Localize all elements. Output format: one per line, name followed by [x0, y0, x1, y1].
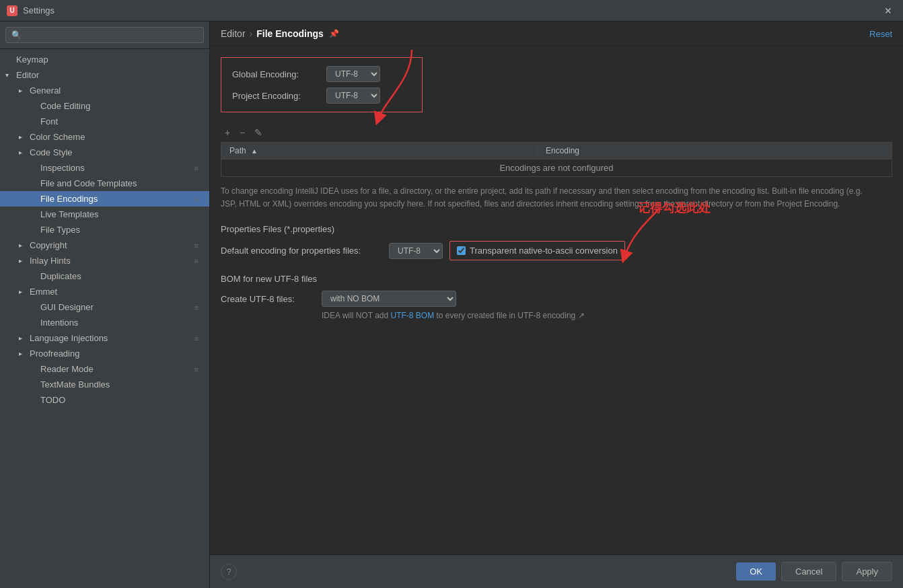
bom-section: BOM for new UTF-8 files Create UTF-8 fil…	[221, 274, 892, 320]
breadcrumb-sep: ›	[250, 28, 253, 39]
chevron-right-icon: ▸	[19, 87, 27, 94]
description-text: To change encoding IntelliJ IDEA uses fo…	[221, 185, 867, 211]
project-encoding-select[interactable]: UTF-8	[326, 87, 380, 104]
ok-button[interactable]: OK	[736, 562, 776, 581]
transparent-conversion-label: Transparent native-to-ascii conversion	[470, 246, 618, 256]
sidebar-item-duplicates[interactable]: Duplicates	[0, 268, 209, 284]
encoding-column-header[interactable]: Encoding	[538, 143, 892, 159]
properties-section-title: Properties Files (*.properties)	[221, 224, 892, 234]
breadcrumb-parent: Editor	[221, 28, 246, 39]
breadcrumb: Editor › File Encodings 📌	[221, 28, 869, 39]
global-encoding-label: Global Encoding:	[232, 69, 326, 79]
sidebar-item-file-code-templates[interactable]: File and Code Templates	[0, 176, 209, 191]
sidebar-item-intentions[interactable]: Intentions	[0, 315, 209, 330]
chevron-right-icon: ▸	[19, 350, 27, 357]
content-area: Editor › File Encodings 📌 Reset Global E…	[210, 22, 903, 588]
encoding-table: Path ▲ Encoding Encodings are not config…	[221, 142, 892, 177]
bom-section-title: BOM for new UTF-8 files	[221, 274, 892, 284]
sidebar-item-inspections[interactable]: Inspections ≡	[0, 160, 209, 176]
sidebar-item-copyright[interactable]: ▸ Copyright ≡	[0, 237, 209, 253]
chevron-right-icon: ▸	[19, 242, 27, 249]
encoding-box: Global Encoding: UTF-8 Project Encoding:…	[221, 57, 423, 112]
properties-encoding-label: Default encoding for properties files:	[221, 246, 382, 256]
pin-icon: ≡	[194, 257, 198, 265]
properties-encoding-select[interactable]: UTF-8	[389, 243, 443, 259]
chevron-right-icon: ▸	[19, 288, 27, 295]
breadcrumb-pin-icon: 📌	[329, 29, 339, 38]
window-title: Settings	[23, 5, 880, 15]
sidebar-item-file-encodings[interactable]: File Encodings ≡	[0, 191, 209, 207]
pin-icon: ≡	[194, 303, 198, 311]
title-bar: U Settings ✕	[0, 0, 903, 22]
cancel-button[interactable]: Cancel	[781, 562, 836, 581]
main-layout: Keymap ▾ Editor ▸ General Code Editing F…	[0, 22, 903, 588]
bom-note: IDEA will NOT add UTF-8 BOM to every cre…	[322, 311, 892, 320]
chevron-right-icon: ▸	[19, 133, 27, 141]
bom-label-row: Create UTF-8 files: with NO BOM with BOM…	[221, 291, 892, 307]
content-body: Global Encoding: UTF-8 Project Encoding:…	[210, 46, 903, 554]
pin-icon: ≡	[194, 334, 198, 342]
pin-icon: ≡	[194, 242, 198, 250]
remove-button[interactable]: −	[236, 126, 249, 139]
pin-icon: ≡	[194, 365, 198, 373]
sidebar-item-gui-designer[interactable]: GUI Designer ≡	[0, 299, 209, 315]
chevron-right-icon: ▸	[19, 149, 27, 156]
pin-icon: ≡	[194, 195, 198, 203]
transparent-conversion-checkbox[interactable]	[457, 246, 466, 255]
bom-link[interactable]: UTF-8 BOM	[390, 311, 434, 320]
sidebar-tree: Keymap ▾ Editor ▸ General Code Editing F…	[0, 49, 209, 588]
sidebar-item-font[interactable]: Font	[0, 114, 209, 129]
sidebar-item-todo[interactable]: TODO	[0, 392, 209, 408]
bom-create-label: Create UTF-8 files:	[221, 294, 315, 304]
pin-icon: ≡	[194, 164, 198, 172]
add-button[interactable]: +	[221, 126, 234, 139]
app-icon: U	[7, 5, 17, 16]
help-button[interactable]: ?	[221, 564, 237, 580]
sidebar-item-editor[interactable]: ▾ Editor	[0, 67, 209, 83]
sidebar-item-general[interactable]: ▸ General	[0, 83, 209, 98]
reset-button[interactable]: Reset	[869, 29, 892, 39]
project-encoding-label: Project Encoding:	[232, 91, 326, 101]
sidebar: Keymap ▾ Editor ▸ General Code Editing F…	[0, 22, 210, 588]
sidebar-item-reader-mode[interactable]: Reader Mode ≡	[0, 361, 209, 377]
close-button[interactable]: ✕	[880, 4, 896, 17]
chevron-down-icon: ▾	[5, 71, 13, 79]
transparent-conversion-group: Transparent native-to-ascii conversion	[449, 241, 625, 260]
sidebar-item-keymap[interactable]: Keymap	[0, 52, 209, 67]
search-box	[0, 22, 209, 49]
content-header: Editor › File Encodings 📌 Reset	[210, 22, 903, 46]
apply-button[interactable]: Apply	[842, 562, 892, 581]
sidebar-item-code-style[interactable]: ▸ Code Style	[0, 145, 209, 160]
table-empty-message: Encodings are not configured	[221, 159, 892, 177]
sidebar-item-proofreading[interactable]: ▸ Proofreading	[0, 346, 209, 361]
sidebar-item-language-injections[interactable]: ▸ Language Injections ≡	[0, 330, 209, 346]
sidebar-item-inlay-hints[interactable]: ▸ Inlay Hints ≡	[0, 253, 209, 268]
global-encoding-row: Global Encoding: UTF-8	[232, 66, 411, 82]
path-column-header[interactable]: Path ▲	[221, 143, 538, 159]
global-encoding-select[interactable]: UTF-8	[326, 66, 380, 82]
search-input[interactable]	[5, 27, 204, 43]
sort-icon: ▲	[251, 147, 258, 155]
sidebar-item-textmate-bundles[interactable]: TextMate Bundles	[0, 377, 209, 392]
chevron-right-icon: ▸	[19, 334, 27, 342]
bom-create-select[interactable]: with NO BOM with BOM with BOM if needed	[322, 291, 456, 307]
sidebar-item-file-types[interactable]: File Types	[0, 222, 209, 237]
properties-encoding-row: Default encoding for properties files: U…	[221, 241, 892, 260]
sidebar-item-color-scheme[interactable]: ▸ Color Scheme	[0, 129, 209, 145]
bottom-bar: ? OK Cancel Apply	[210, 554, 903, 588]
annotation-arrow-2	[618, 203, 672, 266]
table-toolbar: + − ✎	[221, 126, 892, 139]
breadcrumb-current: File Encodings	[256, 28, 324, 39]
edit-button[interactable]: ✎	[250, 126, 266, 139]
sidebar-item-emmet[interactable]: ▸ Emmet	[0, 284, 209, 299]
chevron-right-icon: ▸	[19, 257, 27, 264]
sidebar-item-live-templates[interactable]: Live Templates	[0, 207, 209, 222]
project-encoding-row: Project Encoding: UTF-8	[232, 87, 411, 104]
sidebar-item-code-editing[interactable]: Code Editing	[0, 98, 209, 114]
